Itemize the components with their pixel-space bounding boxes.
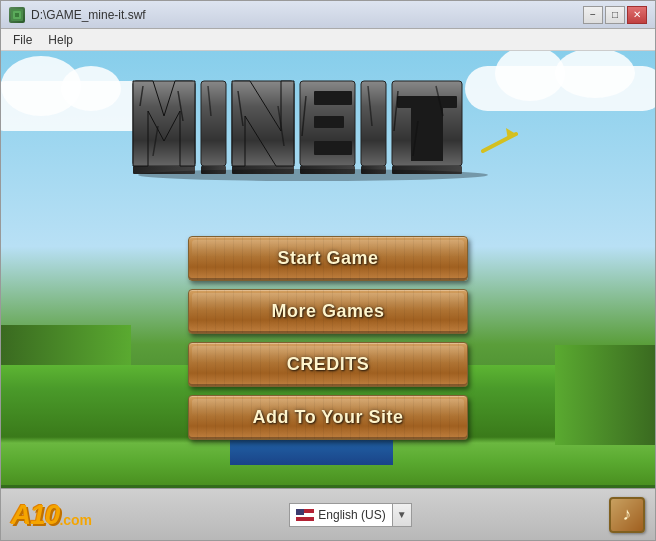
language-label: English (US) — [318, 508, 385, 522]
svg-rect-23 — [361, 81, 386, 166]
menu-file[interactable]: File — [5, 31, 40, 49]
a10-dot-com-text: .com — [59, 512, 92, 528]
us-flag-icon — [296, 509, 314, 521]
terrain-right — [555, 345, 655, 445]
svg-rect-28 — [397, 96, 457, 108]
music-toggle-button[interactable]: ♪ — [609, 497, 645, 533]
credits-button[interactable]: CREDITS — [188, 342, 468, 387]
buttons-container: Start Game More Games CREDITS Add To You… — [188, 236, 468, 440]
app-icon — [9, 7, 25, 23]
more-games-button[interactable]: More Games — [188, 289, 468, 334]
add-to-site-button[interactable]: Add To Your Site — [188, 395, 468, 440]
music-icon: ♪ — [622, 504, 631, 525]
game-area: Start Game More Games CREDITS Add To You… — [1, 51, 655, 540]
svg-rect-20 — [314, 116, 344, 128]
svg-rect-2 — [15, 13, 19, 17]
minimize-button[interactable]: − — [583, 6, 603, 24]
window-controls: − □ ✕ — [583, 6, 647, 24]
svg-point-33 — [138, 169, 488, 181]
bottom-bar: A10 .com English (US) ▼ ♪ — [1, 488, 655, 540]
svg-rect-21 — [314, 141, 352, 155]
title-bar: D:\GAME_mine-it.swf − □ ✕ — [1, 1, 655, 29]
logo-container — [128, 76, 528, 185]
language-dropdown-button[interactable]: ▼ — [392, 503, 412, 527]
game-logo — [128, 76, 528, 181]
window: D:\GAME_mine-it.swf − □ ✕ File Help — [0, 0, 656, 541]
a10-logo[interactable]: A10 .com — [11, 499, 92, 531]
menu-bar: File Help — [1, 29, 655, 51]
start-game-button[interactable]: Start Game — [188, 236, 468, 281]
window-title: D:\GAME_mine-it.swf — [31, 8, 146, 22]
maximize-button[interactable]: □ — [605, 6, 625, 24]
svg-rect-19 — [314, 91, 352, 105]
title-bar-left: D:\GAME_mine-it.swf — [9, 7, 146, 23]
language-selector[interactable]: English (US) ▼ — [289, 503, 411, 527]
close-button[interactable]: ✕ — [627, 6, 647, 24]
svg-rect-9 — [201, 81, 226, 166]
a10-brand-text: A10 — [11, 499, 59, 531]
menu-help[interactable]: Help — [40, 31, 81, 49]
language-display[interactable]: English (US) — [289, 503, 391, 527]
